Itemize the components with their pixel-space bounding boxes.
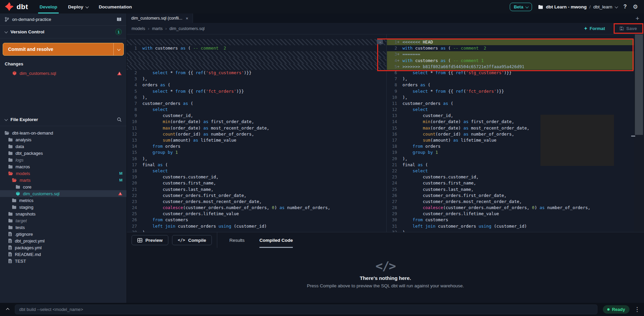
code-line[interactable]: 24 coalesce(customer_orders.number_of_or… <box>127 205 386 211</box>
code-line[interactable]: 8orders as ( <box>387 82 634 88</box>
code-line[interactable]: 30 from customers <box>387 217 634 223</box>
code-line[interactable]: 3), <box>127 76 386 82</box>
gear-icon[interactable]: ⚙ <box>633 3 638 10</box>
code-line[interactable]: 1+<<<<<<< HEAD <box>387 39 634 45</box>
compile-button[interactable]: </> Compile <box>172 235 212 245</box>
code-line[interactable]: 28) <box>127 229 386 232</box>
code-line[interactable]: 14 from orders <box>127 143 386 149</box>
code-line[interactable]: 26 from customers <box>127 217 386 223</box>
account-project-selector[interactable]: dbt Learn - mwong / dbt_learn <box>538 4 617 9</box>
version-control-header[interactable]: Version Control 1 <box>0 26 127 38</box>
format-button[interactable]: ✦ Format <box>584 26 605 31</box>
tree-item[interactable]: metrics <box>0 197 127 204</box>
branch-selector[interactable]: on-demand-practice <box>0 13 127 26</box>
code-line[interactable]: 12 count(order_id) as number_of_orders, <box>127 131 386 137</box>
tree-item[interactable]: macros <box>0 163 127 170</box>
tab-results[interactable]: Results <box>229 232 245 248</box>
code-line[interactable]: 10 min(order_date) as first_order_date, <box>127 119 386 125</box>
code-line[interactable]: 11customer_orders as ( <box>387 100 634 107</box>
tab-compiled-code[interactable]: Compiled Code <box>259 232 293 248</box>
code-line[interactable]: 9 customer_id, <box>127 113 386 119</box>
tree-item[interactable]: logs <box>0 156 127 163</box>
code-line[interactable]: 27 customer_orders.most_recent_order_dat… <box>387 199 634 205</box>
code-line[interactable]: 22 customer_orders.first_order_date, <box>127 193 386 199</box>
code-line[interactable]: 25 customers.last_name, <box>387 186 634 193</box>
changed-file-row[interactable]: dim_customers.sql <box>0 69 127 78</box>
code-line[interactable]: 11 max(order_date) as most_recent_order_… <box>127 125 386 131</box>
tree-item[interactable]: data <box>0 143 127 150</box>
code-line[interactable]: 16), <box>127 156 386 162</box>
code-line[interactable]: 27 left join customer_orders using (cust… <box>127 223 386 229</box>
code-line[interactable]: 25 customer_orders.lifetime_value <box>127 211 386 217</box>
code-line[interactable]: 9 select * from {{ ref('fct_orders')}} <box>387 88 634 94</box>
tree-item[interactable]: core <box>0 183 127 190</box>
help-icon[interactable]: ? <box>623 4 627 10</box>
tab-develop[interactable]: Develop <box>34 0 63 13</box>
tree-item[interactable]: packages.yml <box>0 244 127 251</box>
code-line[interactable]: 22 select <box>387 168 634 174</box>
code-line[interactable]: 20 customers.first_name, <box>127 180 386 186</box>
new-tab-plus-icon[interactable]: + <box>636 15 644 22</box>
more-vertical-icon[interactable]: ⋮ <box>634 306 640 313</box>
chevron-up-icon[interactable] <box>3 308 12 311</box>
docs-book-icon[interactable] <box>116 17 122 22</box>
code-line[interactable]: 5 select * from {{ ref('fct_orders')}} <box>127 88 386 94</box>
tree-item[interactable]: tests <box>0 224 127 231</box>
close-icon[interactable]: × <box>186 16 188 21</box>
tree-item[interactable]: target <box>0 217 127 224</box>
code-line[interactable]: 2with customers as ( -- comment 2 <box>387 45 634 51</box>
tree-item[interactable]: analysis <box>0 136 127 143</box>
tree-item[interactable]: README.md <box>0 251 127 258</box>
code-line[interactable]: 29 customer_orders.lifetime_value <box>387 211 634 217</box>
tree-item[interactable]: snapshots <box>0 210 127 217</box>
code-line[interactable]: 5+>>>>>>> b81f802a66fd544504c65721e3ffaa… <box>387 64 634 70</box>
tree-item[interactable]: dbt_packages <box>0 150 127 156</box>
code-line[interactable]: 6), <box>127 94 386 100</box>
file-explorer-header[interactable]: File Explorer <box>0 113 127 126</box>
code-line[interactable]: 18 select <box>127 168 386 174</box>
tree-item[interactable]: dim_customers.sql <box>0 190 127 197</box>
code-line[interactable]: 10), <box>387 94 634 100</box>
command-input[interactable] <box>15 305 597 314</box>
commit-and-resolve-button[interactable]: Commit and resolve <box>3 43 124 56</box>
diff-revert-arrow-icon[interactable]: → <box>377 39 383 44</box>
tree-item[interactable]: dbt_project.yml <box>0 237 127 244</box>
code-line[interactable]: 24 customers.first_name, <box>387 180 634 186</box>
diff-left-pane[interactable]: 1with customers as ( -- comment 22 selec… <box>127 34 387 232</box>
code-line[interactable]: 1with customers as ( -- comment 2 <box>127 45 386 51</box>
editor-tab[interactable]: dim_customers.sql (confli... × <box>127 13 193 23</box>
dbt-logo[interactable]: dbt <box>0 0 34 13</box>
code-line[interactable]: 4orders as ( <box>127 82 386 88</box>
code-line[interactable]: 7customer_orders as ( <box>127 100 386 107</box>
commit-dropdown-button[interactable] <box>113 43 123 55</box>
code-line[interactable]: 19 customers.customer_id, <box>127 174 386 180</box>
code-line[interactable]: 13 sum(amount) as lifetime_value <box>127 137 386 143</box>
tree-item[interactable]: dbt-learn-on-demand <box>0 130 127 136</box>
code-line[interactable]: 23 customer_orders.most_recent_order_dat… <box>127 199 386 205</box>
code-line[interactable]: 31 left join customer_orders using (cust… <box>387 223 634 229</box>
code-line[interactable]: 12 select <box>387 107 634 113</box>
tree-item[interactable]: .gitignore <box>0 231 127 237</box>
tab-deploy[interactable]: Deploy <box>63 0 93 13</box>
code-line[interactable]: 3+======= <box>387 51 634 57</box>
code-line[interactable]: 8 select <box>127 107 386 113</box>
code-line[interactable]: 17final as ( <box>127 162 386 168</box>
code-line[interactable]: 32) <box>387 229 634 232</box>
code-line[interactable]: 28 coalesce(customer_orders.number_of_or… <box>387 205 634 211</box>
tab-documentation[interactable]: Documentation <box>93 0 137 13</box>
code-line[interactable]: 4+with customers as ( -- comment 1 <box>387 58 634 64</box>
code-line[interactable]: 23 customers.customer_id, <box>387 174 634 180</box>
search-icon[interactable] <box>117 117 122 122</box>
code-line[interactable]: 15 group by 1 <box>127 149 386 155</box>
code-line[interactable]: 7), <box>387 76 634 82</box>
beta-button[interactable]: Beta <box>510 3 532 11</box>
save-button[interactable]: Save <box>619 26 637 31</box>
tree-item[interactable]: staging <box>0 204 127 210</box>
code-line[interactable]: 6 select * from {{ ref('stg_customers')}… <box>387 70 634 76</box>
tree-item[interactable]: TEST <box>0 258 127 264</box>
tree-item[interactable]: martsM <box>0 177 127 183</box>
preview-button[interactable]: Preview <box>132 235 168 245</box>
tree-item[interactable]: modelsM <box>0 170 127 177</box>
code-line[interactable]: 2 select * from {{ ref('stg_customers')}… <box>127 70 386 76</box>
scrollbar-thumb[interactable] <box>635 34 643 135</box>
